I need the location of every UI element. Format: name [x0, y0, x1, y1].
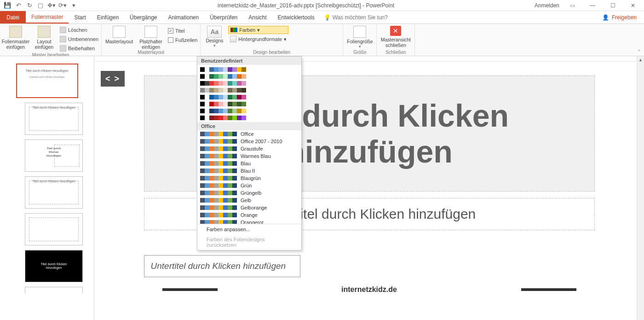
- designs-icon: Aa: [207, 26, 222, 38]
- slide-editor[interactable]: < > Titel durch Klicken hinzufügen Unter…: [94, 62, 644, 320]
- custom-color-theme[interactable]: [197, 114, 301, 121]
- color-theme-option[interactable]: Blaugrün: [197, 175, 301, 182]
- footers-checkbox[interactable]: Fußzeilen: [168, 36, 197, 44]
- touch-mode-icon[interactable]: ✥▾: [47, 1, 56, 10]
- save-icon[interactable]: 💾: [3, 1, 12, 10]
- code-badge-icon: < >: [101, 71, 125, 87]
- color-theme-option[interactable]: Grün: [197, 182, 301, 189]
- lightbulb-icon: 💡: [324, 14, 331, 21]
- color-theme-option[interactable]: Blau II: [197, 167, 301, 175]
- tab-animationen[interactable]: Animationen: [162, 11, 204, 23]
- theme-label: Office: [241, 131, 299, 137]
- color-theme-option[interactable]: Orange: [197, 211, 301, 219]
- chevron-down-icon: ▾: [284, 36, 287, 42]
- tell-me-input[interactable]: [333, 14, 415, 21]
- insert-placeholder-button[interactable]: Platzhalter einfügen: [137, 25, 165, 50]
- custom-color-theme[interactable]: [197, 100, 301, 107]
- theme-label: Blau: [241, 161, 299, 166]
- redo-icon[interactable]: ↻: [25, 1, 34, 10]
- subtitle2-placeholder[interactable]: Untertitel durch Klicken hinzufügen: [144, 255, 300, 277]
- undo-icon[interactable]: ↶: [14, 1, 23, 10]
- theme-label: Office 2007 - 2010: [241, 139, 299, 144]
- custom-color-theme[interactable]: [197, 87, 301, 93]
- insert-slide-master-button[interactable]: Folienmaster einfügen: [3, 25, 29, 50]
- tab-ansicht[interactable]: Ansicht: [243, 11, 272, 23]
- footer-line-right: [521, 288, 576, 291]
- slide-master-icon: [9, 26, 22, 38]
- custom-color-theme[interactable]: [197, 80, 301, 87]
- rename-button[interactable]: Umbenennen: [60, 35, 98, 43]
- colors-dropdown-button[interactable]: Farben▾: [228, 26, 288, 34]
- horizontal-ruler: [94, 56, 644, 62]
- tab-entwicklertools[interactable]: Entwicklertools: [272, 11, 320, 23]
- dropdown-footer: Farben anpassen... Farben des Foliendesi…: [197, 224, 301, 250]
- slide-size-icon: [353, 26, 366, 38]
- color-theme-option[interactable]: Office 2007 - 2010: [197, 138, 301, 145]
- maximize-icon[interactable]: ☐: [605, 1, 620, 10]
- layout-thumbnail[interactable]: Titel durchKlickenhinzufügen: [25, 140, 83, 172]
- scroll-up-icon[interactable]: ▲: [637, 56, 644, 64]
- minimize-icon[interactable]: —: [585, 1, 600, 10]
- close-window-icon[interactable]: ✕: [626, 1, 640, 10]
- layout-thumbnail[interactable]: Titel durch Klicken hinzufügen: [25, 176, 83, 209]
- master-thumbnail[interactable]: Titel durch Klicken hinzufügen Untertite…: [16, 64, 78, 98]
- insert-layout-button[interactable]: Layout einfügen: [31, 25, 57, 50]
- collapse-ribbon-icon[interactable]: ⌃: [637, 49, 641, 55]
- ribbon-display-options-icon[interactable]: ▭: [565, 1, 580, 10]
- document-title: internetzkidz-de_Master_2016-adv.pptx [S…: [81, 2, 531, 9]
- color-theme-option[interactable]: Gelb: [197, 197, 301, 204]
- theme-label: Gelborange: [241, 205, 299, 210]
- delete-button[interactable]: Löschen: [60, 26, 98, 34]
- color-theme-option[interactable]: Gelborange: [197, 204, 301, 211]
- start-from-beginning-icon[interactable]: ▢: [36, 1, 45, 10]
- color-theme-option[interactable]: Graustufe: [197, 145, 301, 152]
- group-schliessen: ✕ Masteransicht schließen Schließen: [377, 24, 415, 56]
- group-label-groesse: Größe: [346, 50, 374, 56]
- color-theme-option[interactable]: Orangerot: [197, 219, 301, 224]
- group-label-schliessen: Schließen: [380, 50, 412, 56]
- background-styles-button[interactable]: Hintergrundformate▾: [228, 35, 288, 43]
- master-layout-button[interactable]: Masterlayout: [104, 25, 134, 44]
- color-theme-option[interactable]: Warmes Blau: [197, 152, 301, 160]
- checkbox-icon: [168, 37, 173, 43]
- custom-color-theme[interactable]: [197, 66, 301, 73]
- preserve-button[interactable]: Beibehalten: [60, 44, 98, 52]
- custom-color-theme[interactable]: [197, 107, 301, 114]
- tab-folienmaster[interactable]: Folienmaster: [26, 11, 69, 23]
- theme-label: Grün: [241, 183, 299, 188]
- layout-thumbnail[interactable]: [25, 287, 83, 293]
- group-masterlayout: Masterlayout Platzhalter einfügen ✓Titel…: [102, 24, 201, 56]
- group-label-masterlayout: Masterlayout: [104, 50, 197, 56]
- color-theme-option[interactable]: Blau: [197, 160, 301, 167]
- tab-uebergaenge[interactable]: Übergänge: [124, 11, 162, 23]
- share-icon: 👤: [602, 14, 609, 21]
- share-button[interactable]: 👤 Freigeben: [595, 11, 644, 23]
- tab-file[interactable]: Datei: [0, 11, 26, 23]
- tell-me-search[interactable]: 💡: [324, 11, 415, 23]
- color-theme-option[interactable]: Office: [197, 130, 301, 138]
- qat-customize-icon[interactable]: ⟳▾: [58, 1, 67, 10]
- title-checkbox[interactable]: ✓Titel: [168, 27, 197, 35]
- subtitle2-placeholder-text: Untertitel durch Klicken hinzufügen: [151, 261, 286, 271]
- custom-color-theme[interactable]: [197, 73, 301, 80]
- qat-more-icon[interactable]: ▾: [69, 1, 78, 10]
- theme-label: Gelb: [241, 198, 299, 203]
- account-sign-in[interactable]: Anmelden: [535, 2, 559, 9]
- close-master-view-button[interactable]: ✕ Masteransicht schließen: [380, 25, 412, 48]
- custom-color-theme[interactable]: [197, 93, 301, 100]
- tab-ueberpruefen[interactable]: Überprüfen: [204, 11, 243, 23]
- tab-einfuegen[interactable]: Einfügen: [92, 11, 124, 23]
- customize-colors-button[interactable]: Farben anpassen...: [197, 224, 301, 234]
- slide-thumbnail-pane[interactable]: Titel durch Klicken hinzufügen Untertite…: [0, 56, 94, 320]
- layout-thumbnail[interactable]: Titel durch Klicken hinzufügen: [25, 103, 83, 135]
- layout-thumbnail[interactable]: Titel durch Klickenhinzufügen: [25, 250, 83, 282]
- designs-button[interactable]: Aa Designs ▾: [203, 25, 225, 48]
- title-right: Anmelden ▭ — ☐ ✕: [531, 1, 644, 10]
- slide-size-button[interactable]: Foliengröße ▾: [346, 25, 374, 49]
- layout-thumbnail[interactable]: [25, 213, 83, 245]
- footer-brand-text: internetzkidz.de: [341, 285, 397, 294]
- color-theme-option[interactable]: Grüngelb: [197, 189, 301, 197]
- custom-color-swatches: [197, 65, 301, 122]
- vertical-scrollbar[interactable]: ▲: [637, 56, 644, 320]
- tab-start[interactable]: Start: [69, 11, 91, 23]
